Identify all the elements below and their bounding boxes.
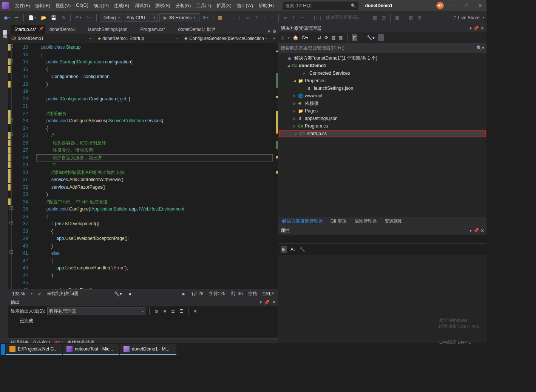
se-refresh-icon[interactable]: ⟳ [324,35,328,40]
tab-program-cs[interactable]: Program.cs* [137,25,174,34]
se-home-icon[interactable]: 🏠 [293,35,298,40]
dist-icon[interactable]: ⋯ [298,13,306,22]
tree-solution-root[interactable]: ▣解决方案"donetDemo1"(1 个项目/共 1 个) [278,54,487,62]
global-search[interactable]: 搜索 (Ctrl+Q) 🔍 [283,2,358,10]
tree-program[interactable]: ▷C#Program.cs [278,122,487,130]
se-dropdown-icon[interactable]: ▾ [470,26,472,31]
dist-h-icon[interactable]: ⇔ [282,13,289,22]
rtab-git[interactable]: Git 更改 [327,217,351,226]
grid-icon[interactable]: ▦ [216,13,224,22]
run-button[interactable]: ▶IIS Express▾ [159,13,199,22]
save-button[interactable]: 💾 [49,13,58,22]
align-bot-icon[interactable]: ⊥ [269,13,275,22]
output-clear-icon[interactable]: ⊘ [153,308,159,314]
se-wrench-icon[interactable]: 🔧▾ [367,35,375,40]
menu-git[interactable]: Git(G) [74,2,91,10]
se-close-icon[interactable]: ✕ [480,26,484,31]
se-i3-icon[interactable]: ▥ [331,35,335,40]
se-i6-icon[interactable]: — [378,34,384,41]
se-show-all-icon[interactable]: ⊡ [352,34,357,41]
output-wrap-icon[interactable]: ≡ [162,308,168,314]
se-sync-icon[interactable]: 🗘▾ [301,35,308,40]
menu-tools[interactable]: 工具(T) [194,2,213,10]
misc4-icon[interactable]: ▦ [407,13,414,22]
props-cat-icon[interactable]: ⊞ [281,246,287,253]
tabs-settings-icon[interactable]: ⚙ [272,29,276,34]
output-i3-icon[interactable]: ≣ [170,308,176,314]
scroll-left[interactable]: ◄ [127,291,132,297]
tab-donetdemo1[interactable]: donetDemo1 [46,25,84,34]
props-dropdown-icon[interactable]: ▾ [470,228,472,233]
tab-overview[interactable]: donetDemo1: 概述 [175,25,224,34]
open-button[interactable]: 📂 [39,13,48,22]
taskbar-vs2[interactable]: donetDemo1 - M... [120,344,176,355]
output-i4-icon[interactable]: ☰ [178,308,184,314]
tree-project[interactable]: ◢C#donetDemo1 [278,62,487,69]
tab-startup-cs[interactable]: Startup.cs*📌 [11,25,45,34]
align-top-icon[interactable]: ⊤ [253,13,260,22]
nav-member[interactable]: ◉ConfigureServices(IServiceCollection▾ [181,36,270,41]
close-button[interactable]: ✕ [476,2,484,9]
se-i4-icon[interactable]: ▦ [338,35,343,40]
user-avatar[interactable]: HZ [436,2,444,9]
tree-launchsettings[interactable]: 🗎launchSettings.json [278,85,487,92]
screwdriver-icon[interactable]: 🔧▾ [114,291,122,297]
taskbar-explorer[interactable]: E:\Projects\.Net C... [6,344,62,355]
menu-extensions[interactable]: 扩展(X) [214,2,234,10]
output-close-icon[interactable]: ✕ [272,300,276,305]
new-project-button[interactable]: 📄▾ [27,13,38,22]
props-pin-icon[interactable]: 📌 [473,228,479,233]
scroll-right[interactable]: ► [182,291,186,297]
start-button[interactable] [1,344,5,355]
tab-launchsettings[interactable]: launchSettings.json [84,25,136,34]
tree-startup[interactable]: ▷C#Startup.cs [279,130,486,137]
config-dropdown[interactable]: Debug▾ [100,14,122,22]
menu-view[interactable]: 视图(V) [53,2,73,10]
save-all-button[interactable]: 🗎 [60,13,67,22]
align-left-icon[interactable]: ⫞ [230,13,235,22]
platform-dropdown[interactable]: Any CPU▾ [124,14,158,22]
tree-wwwroot[interactable]: ▷🌐wwwroot [278,92,487,100]
menu-project[interactable]: 项目(P) [91,2,111,10]
spacing-icon[interactable]: |↔| [312,13,322,22]
output-pin-icon[interactable]: 📌 [264,300,270,305]
rtab-solution[interactable]: 解决方案资源管理器 [278,217,327,226]
align-center-icon[interactable]: ⟊ [237,13,243,22]
tabs-dropdown-icon[interactable]: ▾ [268,29,270,34]
solution-search[interactable]: 搜索解决方案资源管理器(Ctrl+;)🔍▾ [278,43,487,53]
align-right-icon[interactable]: ⫤ [244,13,252,22]
liveshare-button[interactable]: ⤴Live Share▾ [454,15,484,20]
misc2-icon[interactable]: ▥ [380,13,387,22]
nav-back-button[interactable]: ◉▾ [2,13,11,22]
output-source-dropdown[interactable]: 程序包管理器▾ [47,307,145,315]
nav-project[interactable]: C#donetDemo1▾ [8,36,95,41]
minimize-button[interactable]: — [449,2,458,9]
zoom-level[interactable]: 133 % [12,291,25,297]
split-icon[interactable]: ÷ [270,36,278,41]
props-wrench-icon[interactable]: 🔧 [300,247,305,252]
output-i5-icon[interactable]: ✕ [192,308,198,314]
menu-help[interactable]: 帮助(H) [256,2,276,10]
menu-analyze[interactable]: 分析(N) [173,2,193,10]
issues-label[interactable]: 未找到相关问题 [47,291,79,297]
se-pin-icon[interactable]: 📌 [473,26,479,31]
nav-class[interactable]: ◆donetDemo1.Startup▾ [95,36,181,41]
overview-ruler[interactable] [273,43,278,289]
nav-forward-button[interactable]: ⮕ [13,13,20,22]
rtab-resview[interactable]: 资源视图 [381,217,406,226]
redo-button[interactable]: ↷▾ [84,13,93,22]
props-sort-icon[interactable]: A↓ [290,247,296,252]
props-close-icon[interactable]: ✕ [480,228,484,233]
misc5-icon[interactable]: ⊞ [416,13,423,22]
menu-window[interactable]: 窗口(W) [235,2,255,10]
se-i1-icon[interactable]: ⇄ [318,35,321,40]
tree-deps[interactable]: ▷⁜依赖项 [278,100,487,107]
menu-edit[interactable]: 编辑(E) [33,2,53,10]
tree-connected-services[interactable]: ⟐Connected Services [278,69,487,77]
menu-debug[interactable]: 调试(D) [132,2,152,10]
rtab-propmgr[interactable]: 属性管理器 [351,217,381,226]
taskbar-vs1[interactable]: netcoreTest - Mic... [63,344,119,355]
misc3-icon[interactable]: ▦ [394,13,401,22]
code-editor[interactable]: 1314151617181920212223242526272829303132… [8,43,278,289]
se-back-icon[interactable]: ◎ [281,35,284,40]
